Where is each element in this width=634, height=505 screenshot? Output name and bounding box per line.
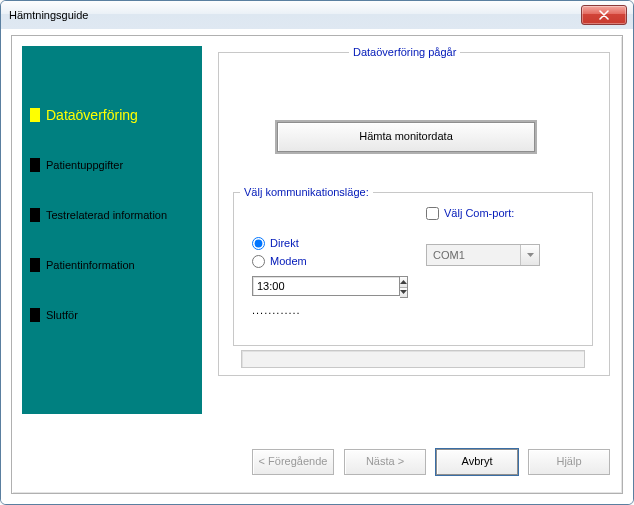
- next-button[interactable]: Nästa >: [344, 449, 426, 475]
- sidebar-item-patient-data[interactable]: Patientuppgifter: [30, 154, 194, 176]
- communication-groupbox: Välj kommunikationsläge: Direkt Modem: [233, 186, 593, 346]
- radio-modem[interactable]: Modem: [252, 252, 307, 270]
- client-area: Dataöverföring Patientuppgifter Testrela…: [1, 29, 633, 504]
- sidebar-item-finish[interactable]: Slutför: [30, 304, 194, 326]
- inner-frame: Dataöverföring Patientuppgifter Testrela…: [11, 35, 623, 494]
- sidebar-item-label: Patientinformation: [46, 259, 135, 271]
- bullet-icon: [30, 258, 40, 272]
- sidebar-item-label: Patientuppgifter: [46, 159, 123, 171]
- progress-bar: [241, 350, 585, 368]
- communication-legend: Välj kommunikationsläge:: [240, 186, 373, 198]
- comport-combo-value: COM1: [427, 245, 520, 265]
- chevron-down-icon: [400, 290, 407, 294]
- close-button[interactable]: [581, 5, 627, 25]
- wizard-buttons: < Föregående Nästa > Avbryt Hjälp: [12, 449, 610, 475]
- cancel-button[interactable]: Avbryt: [436, 449, 518, 475]
- fetch-monitor-data-button[interactable]: Hämta monitordata: [277, 122, 535, 152]
- radio-label: Direkt: [270, 237, 299, 249]
- help-button[interactable]: Hjälp: [528, 449, 610, 475]
- sidebar-item-data-transfer[interactable]: Dataöverföring: [30, 104, 194, 126]
- radio-direct[interactable]: Direkt: [252, 234, 307, 252]
- chevron-down-icon: [527, 253, 534, 257]
- comport-combo[interactable]: COM1: [426, 244, 540, 266]
- comport-combo-button[interactable]: [520, 245, 539, 265]
- spinner-down-button[interactable]: [400, 288, 407, 298]
- titlebar: Hämtningsguide: [1, 1, 633, 30]
- bullet-icon: [30, 208, 40, 222]
- spinner-buttons: [400, 276, 408, 298]
- sidebar-item-label: Slutför: [46, 309, 78, 321]
- transfer-group-legend: Dataöverföring pågår: [349, 46, 460, 58]
- comport-checkbox[interactable]: Välj Com-port:: [426, 204, 540, 222]
- time-spinner[interactable]: [252, 276, 340, 298]
- bullet-icon: [30, 308, 40, 322]
- radio-modem-input[interactable]: [252, 255, 265, 268]
- comport-section: Välj Com-port: COM1: [426, 204, 540, 266]
- chevron-up-icon: [400, 280, 407, 284]
- radio-label: Modem: [270, 255, 307, 267]
- bullet-icon: [30, 108, 40, 122]
- sidebar-item-label: Testrelaterad information: [46, 209, 167, 221]
- comport-checkbox-label: Välj Com-port:: [444, 207, 514, 219]
- time-input[interactable]: [252, 276, 400, 296]
- sidebar-item-test-info[interactable]: Testrelaterad information: [30, 204, 194, 226]
- wizard-window: Hämtningsguide Dataöverföring Patientupp…: [0, 0, 634, 505]
- spinner-up-button[interactable]: [400, 277, 407, 288]
- dotted-label: ............: [252, 304, 301, 316]
- main-area: Dataöverföring pågår Hämta monitordata V…: [218, 46, 610, 414]
- comm-mode-radios: Direkt Modem: [252, 234, 307, 270]
- sidebar-item-patient-info[interactable]: Patientinformation: [30, 254, 194, 276]
- radio-direct-input[interactable]: [252, 237, 265, 250]
- prev-button[interactable]: < Föregående: [252, 449, 334, 475]
- wizard-sidebar: Dataöverföring Patientuppgifter Testrela…: [22, 46, 202, 414]
- sidebar-item-label: Dataöverföring: [46, 107, 138, 123]
- transfer-groupbox: Dataöverföring pågår Hämta monitordata V…: [218, 46, 610, 376]
- bullet-icon: [30, 158, 40, 172]
- close-icon: [599, 10, 609, 20]
- comport-checkbox-input[interactable]: [426, 207, 439, 220]
- window-title: Hämtningsguide: [9, 9, 581, 21]
